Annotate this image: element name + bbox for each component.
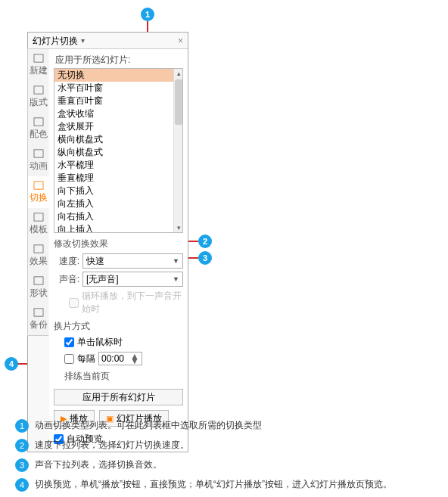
transition-item[interactable]: 向上插入 — [54, 223, 173, 233]
rehearse-link[interactable]: 排练当前页 — [64, 370, 183, 383]
legend-text-4: 切换预览，单机“播放”按钮，直接预览；单机“幻灯片播放”按钮，进入幻灯片播放页预… — [35, 478, 392, 490]
transition-item[interactable]: 向下插入 — [54, 185, 173, 197]
sidebar-item-新建[interactable]: 新建 — [28, 49, 48, 81]
sound-value: [无声音] — [86, 273, 119, 286]
every-time-value: 00:00 — [101, 353, 124, 364]
apply-all-button[interactable]: 应用于所有幻灯片 — [54, 389, 183, 405]
speed-value: 快速 — [86, 255, 104, 268]
transition-item[interactable]: 水平梳理 — [54, 159, 173, 172]
panel-title: 幻灯片切换 — [33, 33, 78, 49]
speed-combo[interactable]: 快速 ▼ — [82, 253, 183, 269]
spin-down-icon[interactable]: ▼ — [130, 359, 139, 363]
callout-2: 2 — [198, 235, 212, 248]
every-checkbox[interactable] — [64, 354, 74, 364]
sidebar-item-动画[interactable]: 动画 — [28, 144, 48, 176]
svg-rect-8 — [34, 308, 43, 315]
sidebar-item-label: 动画 — [30, 160, 48, 172]
leader-line-3 — [188, 257, 198, 259]
sidebar-item-版式[interactable]: 版式 — [28, 81, 48, 113]
sidebar-item-配色[interactable]: 配色 — [28, 113, 48, 144]
advance-header: 换片方式 — [54, 320, 183, 333]
listbox-scrollbar[interactable]: ▴ ▾ — [173, 69, 182, 232]
legend-text-2: 速度下拉列表，选择幻灯片切换速度。 — [35, 439, 189, 451]
sidebar: 新建版式配色动画切换模板效果形状备份 — [27, 48, 48, 336]
svg-rect-5 — [34, 213, 43, 220]
legend-text-1: 动画切换类型列表。可在此列表框中选取所需的切换类型 — [35, 419, 262, 431]
legend-num-4: 4 — [15, 478, 29, 492]
sidebar-item-label: 效果 — [30, 255, 48, 268]
legend-num-2: 2 — [15, 439, 29, 452]
sidebar-item-切换[interactable]: 切换 — [28, 176, 48, 208]
panel-header: 幻灯片切换 ▾ × — [28, 33, 188, 49]
sidebar-item-label: 备份 — [30, 318, 48, 331]
every-label: 每隔 — [77, 353, 95, 365]
speed-label: 速度: — [54, 255, 79, 268]
svg-rect-0 — [34, 54, 43, 61]
apply-to-label: 应用于所选幻灯片: — [55, 54, 183, 67]
close-icon[interactable]: × — [178, 33, 183, 49]
sidebar-item-label: 配色 — [30, 128, 48, 141]
callout-1: 1 — [141, 8, 154, 21]
svg-rect-6 — [34, 244, 43, 252]
svg-rect-4 — [34, 181, 43, 188]
on-click-checkbox[interactable] — [64, 337, 74, 347]
callout-3: 3 — [198, 251, 212, 265]
sound-combo[interactable]: [无声音] ▼ — [82, 272, 183, 287]
transition-item[interactable]: 水平百叶窗 — [54, 82, 173, 95]
sound-label: 声音: — [54, 273, 79, 286]
transition-item[interactable]: 盒状收缩 — [54, 107, 173, 120]
svg-rect-7 — [34, 276, 43, 284]
sidebar-item-label: 切换 — [30, 191, 48, 204]
scroll-up-icon[interactable]: ▴ — [174, 69, 183, 78]
sidebar-item-形状[interactable]: 形状 — [28, 272, 48, 303]
panel-body: 应用于所选幻灯片: 无切换水平百叶窗垂直百叶窗盒状收缩盒状展开横向棋盘式纵向棋盘… — [49, 49, 188, 452]
sidebar-item-label: 版式 — [30, 96, 48, 109]
chevron-down-icon[interactable]: ▾ — [81, 33, 85, 49]
transition-item[interactable]: 向左插入 — [54, 197, 173, 210]
loop-sound-checkbox — [69, 298, 79, 308]
transition-item[interactable]: 向右插入 — [54, 210, 173, 223]
sidebar-item-备份[interactable]: 备份 — [28, 303, 48, 335]
sidebar-item-效果[interactable]: 效果 — [28, 240, 48, 272]
chevron-down-icon: ▼ — [173, 257, 179, 265]
svg-rect-3 — [34, 149, 43, 157]
sidebar-item-模板[interactable]: 模板 — [28, 208, 48, 240]
transition-item[interactable]: 盒状展开 — [54, 120, 173, 133]
svg-rect-2 — [34, 117, 43, 125]
legend-text-3: 声音下拉列表，选择切换音效。 — [35, 458, 162, 471]
transition-item[interactable]: 垂直百叶窗 — [54, 95, 173, 107]
transition-item[interactable]: 横向棋盘式 — [54, 133, 173, 146]
sidebar-item-label: 形状 — [30, 287, 48, 300]
legend-num-1: 1 — [15, 419, 29, 433]
transition-listbox[interactable]: 无切换水平百叶窗垂直百叶窗盒状收缩盒状展开横向棋盘式纵向棋盘式水平梳理垂直梳理向… — [54, 68, 183, 233]
transition-item[interactable]: 垂直梳理 — [54, 172, 173, 185]
legend-num-3: 3 — [15, 458, 29, 472]
transition-item[interactable]: 无切换 — [54, 69, 173, 82]
sidebar-item-label: 新建 — [30, 64, 48, 77]
every-time-spinner[interactable]: 00:00 ▲▼ — [98, 352, 142, 365]
loop-sound-label: 循环播放，到下一声音开始时 — [82, 290, 183, 315]
svg-rect-1 — [34, 85, 43, 93]
scroll-down-icon[interactable]: ▾ — [174, 223, 183, 232]
transition-item[interactable]: 纵向棋盘式 — [54, 146, 173, 159]
sidebar-item-label: 模板 — [30, 223, 48, 236]
on-click-label: 单击鼠标时 — [77, 336, 123, 349]
leader-line-2 — [188, 241, 198, 242]
modify-header: 修改切换效果 — [54, 238, 183, 250]
chevron-down-icon: ▼ — [173, 275, 179, 283]
scroll-thumb[interactable] — [175, 79, 182, 125]
transition-panel: 幻灯片切换 ▾ × 应用于所选幻灯片: 无切换水平百叶窗垂直百叶窗盒状收缩盒状展… — [27, 32, 188, 452]
callout-4: 4 — [5, 357, 18, 371]
legend: 1动画切换类型列表。可在此列表框中选取所需的切换类型 2速度下拉列表，选择幻灯片… — [15, 419, 439, 497]
